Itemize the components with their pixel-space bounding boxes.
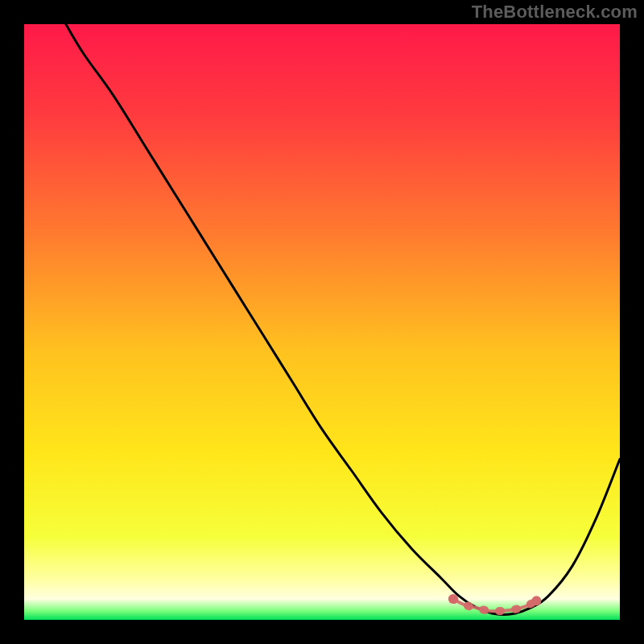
highlight-end-dot bbox=[531, 596, 541, 605]
watermark-label: TheBottleneck.com bbox=[472, 2, 638, 23]
highlight-start-dot bbox=[448, 594, 458, 604]
plot-area bbox=[24, 24, 620, 620]
gradient-background bbox=[24, 24, 620, 620]
bottleneck-chart bbox=[24, 24, 620, 620]
chart-container: TheBottleneck.com bbox=[0, 0, 644, 644]
